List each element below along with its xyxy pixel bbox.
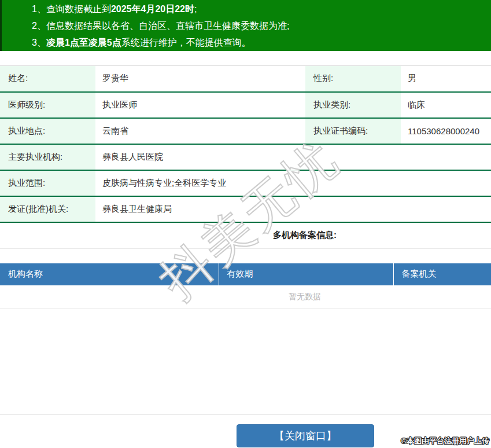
table-row: 医师级别: 执业医师 执业类别: 临床: [0, 92, 491, 118]
field-label-main-institution: 主要执业机构:: [0, 144, 95, 170]
field-label-practice-scope: 执业范围:: [0, 170, 95, 196]
notice-text-bold: 凌晨1点至凌晨5点: [46, 38, 121, 47]
notice-text: 2、信息数据结果以各省、自治区、直辖市卫生健康委数据为准;: [32, 21, 289, 31]
field-label-issuing-authority: 发证(批准)机关:: [0, 196, 95, 222]
field-value-main-institution: 彝良县人民医院: [95, 144, 491, 170]
footer-divider: [0, 414, 491, 415]
footer-button-row: 【关闭窗口】: [0, 424, 491, 447]
empty-data-message: 暂无数据: [0, 285, 491, 309]
column-header-validity-period: 有效期: [219, 263, 393, 285]
close-window-button[interactable]: 【关闭窗口】: [237, 424, 374, 447]
notice-line-2: 2、信息数据结果以各省、自治区、直辖市卫生健康委数据为准;: [32, 17, 491, 34]
field-label-certificate-number: 执业证书编码:: [305, 118, 401, 144]
field-label-doctor-level: 医师级别:: [0, 92, 95, 118]
field-label-practice-location: 执业地点:: [0, 118, 95, 144]
table-row: 执业地点: 云南省 执业证书编码: 110530628000240: [0, 118, 491, 144]
field-value-issuing-authority: 彝良县卫生健康局: [95, 196, 491, 222]
notice-text-bold: 2025年4月20日22时: [111, 4, 194, 14]
doctor-info-table: 姓名: 罗贵华 性别: 男 医师级别: 执业医师 执业类别: 临床 执业地点: …: [0, 65, 491, 223]
column-header-institution-name: 机构名称: [0, 263, 219, 285]
field-label-gender: 性别:: [305, 66, 401, 92]
notice-text: ;: [194, 4, 197, 14]
field-value-practice-location: 云南省: [95, 118, 305, 144]
field-value-practice-category: 临床: [401, 92, 491, 118]
field-value-certificate-number: 110530628000240: [401, 118, 491, 144]
table-row: 主要执业机构: 彝良县人民医院: [0, 144, 491, 170]
records-empty-row: 暂无数据: [0, 285, 491, 309]
table-row: 姓名: 罗贵华 性别: 男: [0, 66, 491, 92]
field-value-gender: 男: [401, 66, 491, 92]
column-header-record-authority: 备案机关: [393, 263, 491, 285]
field-label-practice-category: 执业类别:: [305, 92, 401, 118]
notice-line-1: 1、查询数据截止到2025年4月20日22时;: [32, 1, 491, 17]
field-value-doctor-level: 执业医师: [95, 92, 305, 118]
table-row: 发证(批准)机关: 彝良县卫生健康局: [0, 196, 491, 222]
field-value-name: 罗贵华: [95, 66, 305, 92]
query-result-page: 1、查询数据截止到2025年4月20日22时; 2、信息数据结果以各省、自治区、…: [0, 0, 491, 447]
multi-institution-section-title: 多机构备案信息:: [0, 229, 491, 241]
notice-line-3: 3、凌晨1点至凌晨5点系统进行维护，不能提供查询。: [32, 34, 491, 51]
notice-text: 1、查询数据截止到: [32, 4, 111, 14]
notice-text: 3、: [32, 38, 46, 47]
spacer: [0, 309, 491, 414]
field-label-name: 姓名:: [0, 66, 95, 92]
field-value-practice-scope: 皮肤病与性病专业;全科医学专业: [95, 170, 491, 196]
table-row: 执业范围: 皮肤病与性病专业;全科医学专业: [0, 170, 491, 196]
notice-text: 系统进行维护，不能提供查询。: [121, 38, 251, 47]
section-divider: [0, 248, 491, 249]
notice-banner: 1、查询数据截止到2025年4月20日22时; 2、信息数据结果以各省、自治区、…: [0, 0, 491, 51]
multi-institution-records-table: 机构名称 有效期 备案机关 暂无数据: [0, 263, 491, 310]
records-header-row: 机构名称 有效期 备案机关: [0, 263, 491, 285]
